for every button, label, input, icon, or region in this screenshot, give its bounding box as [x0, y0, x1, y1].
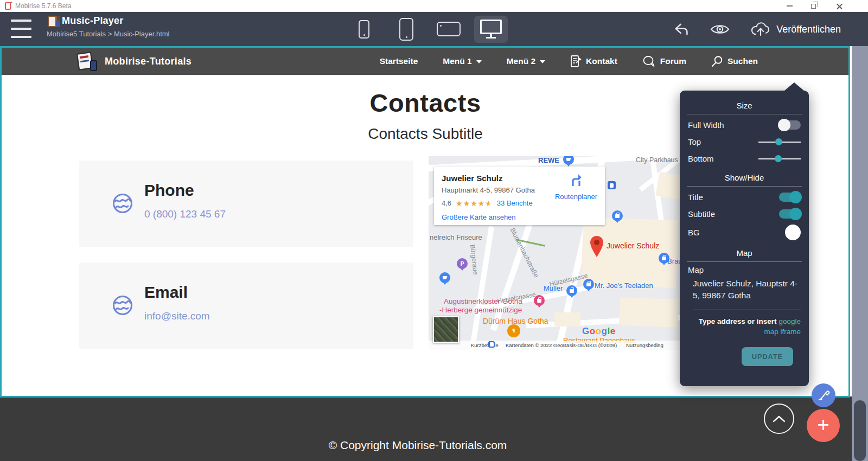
nav-label: Forum: [660, 56, 686, 66]
search-icon: [711, 55, 723, 67]
nav-item-startseite[interactable]: Startseite: [380, 56, 418, 66]
bottom-slider[interactable]: [758, 155, 801, 163]
add-block-button[interactable]: +: [807, 409, 840, 442]
satellite-minimap[interactable]: [433, 316, 459, 343]
map-data-attribution: Kartendaten © 2022 GeoBasis-DE/BKG (©200…: [506, 342, 617, 348]
shopping-bag-pin-icon[interactable]: [566, 285, 577, 296]
top-label: Top: [688, 137, 701, 146]
device-desktop-button[interactable]: [474, 16, 508, 43]
desktop-icon: [480, 20, 502, 39]
chevron-down-icon: [476, 60, 482, 63]
nav-item-kontakt[interactable]: Kontakt: [570, 55, 617, 68]
globe-icon: [112, 294, 133, 316]
subtitle-row: Subtitle: [680, 206, 809, 222]
project-title: Music-Player: [62, 15, 123, 27]
map-label-mueller: Müller: [544, 284, 563, 292]
scrollbar-thumb[interactable]: [854, 400, 866, 461]
phone-link[interactable]: 0 (800) 123 45 67: [144, 208, 226, 220]
phone-small-icon: [359, 20, 369, 39]
reviews-link[interactable]: 33 Berichte: [497, 199, 533, 207]
rating-value: 4,6: [442, 199, 451, 207]
publish-button[interactable]: Veröffentlichen: [750, 22, 841, 37]
update-button[interactable]: UPDATE: [742, 347, 793, 366]
toolbar-actions: Veröffentlichen: [673, 15, 841, 43]
map-label-friseure: nelreich Friseure: [430, 233, 482, 241]
phone-card: Phone 0 (800) 123 45 67: [79, 161, 413, 247]
preview-button[interactable]: [710, 23, 730, 36]
device-tablet-button[interactable]: [432, 16, 465, 43]
email-link[interactable]: info@site.com: [144, 310, 210, 322]
map-label-brau: Brau: [667, 257, 680, 265]
minimize-button[interactable]: [780, 0, 799, 12]
close-button[interactable]: [830, 0, 848, 12]
nav-item-forum[interactable]: Forum: [642, 55, 686, 67]
scrollbar-track[interactable]: [852, 46, 868, 461]
map-label-juwelier-schulz: Juwelier Schulz: [607, 241, 659, 250]
brand-logo: [76, 51, 99, 72]
map-field-label: Map: [680, 264, 809, 274]
eye-icon: [710, 23, 730, 36]
device-phone-small-button[interactable]: [347, 16, 381, 43]
nav-item-suchen[interactable]: Suchen: [711, 55, 758, 67]
top-slider[interactable]: [758, 138, 801, 146]
transit-icon[interactable]: [608, 181, 616, 189]
google-map[interactable]: REWE City Parkhaus nelreich Friseure Bür…: [429, 156, 680, 350]
title-toggle[interactable]: [779, 193, 801, 202]
undo-icon: [673, 21, 690, 37]
directions-label: Routenplaner: [553, 193, 599, 201]
restaurant-pin-icon[interactable]: ¶: [507, 324, 520, 337]
red-marker-icon[interactable]: [589, 235, 605, 259]
tablet-icon: [437, 22, 461, 36]
phone-large-icon: [399, 18, 413, 41]
nav-label: Menü 1: [443, 56, 471, 66]
star-rating: ★★★★★★★★★★: [456, 200, 493, 207]
edit-style-button[interactable]: [812, 383, 835, 407]
shopping-bag-pin-icon[interactable]: [583, 279, 594, 290]
window-title: Mobirise 5.7.6 Beta: [15, 2, 71, 10]
top-padding-row: Top: [680, 133, 809, 150]
chevron-up-icon: [773, 415, 786, 422]
nav-label: Menü 2: [507, 56, 535, 66]
larger-map-link[interactable]: Größere Karte ansehen: [442, 213, 597, 221]
restore-button[interactable]: [804, 0, 822, 12]
site-brand[interactable]: Mobirise-Tutorials: [76, 51, 192, 72]
close-icon: [836, 3, 843, 10]
document-pen-icon: [570, 55, 582, 68]
paintbrush-icon: [817, 389, 830, 402]
bed-pin-icon[interactable]: [534, 295, 545, 306]
nav-item-menu2[interactable]: Menü 2: [507, 56, 545, 66]
scroll-to-top-button[interactable]: [764, 404, 794, 434]
nav-label: Startseite: [380, 56, 418, 66]
bg-label: BG: [688, 228, 700, 237]
undo-button[interactable]: [673, 21, 690, 37]
nav-item-menu1[interactable]: Menü 1: [443, 56, 481, 66]
map-terms-link[interactable]: Nutzungsbeding: [626, 342, 663, 348]
full-width-toggle[interactable]: [779, 120, 801, 130]
divider: [687, 186, 802, 187]
bg-color-swatch[interactable]: [785, 225, 801, 240]
map-block: [619, 297, 679, 328]
cart-pin-icon[interactable]: [563, 156, 574, 165]
phone-card-heading: Phone: [144, 181, 194, 200]
panel-showhide-heading: Show/Hide: [680, 173, 809, 182]
title-toggle-label: Title: [688, 193, 703, 202]
subtitle-toggle[interactable]: [779, 209, 801, 219]
breadcrumb: Mobirise5 Tutorials > Music-Player.html: [47, 30, 170, 38]
cart-pin-icon[interactable]: [439, 272, 450, 283]
google-logo[interactable]: Google: [582, 326, 616, 337]
globe-icon: [112, 193, 133, 214]
map-block: [655, 171, 680, 200]
map-label-teeladen: Mr. Joe's Teeladen: [595, 281, 653, 290]
panel-arrow: [784, 82, 805, 91]
hamburger-menu-button[interactable]: [11, 20, 31, 38]
map-address-input[interactable]: Juwelier Schulz, Hauptstr 4-5, 99867 Got…: [693, 278, 801, 310]
bg-row: BG: [680, 222, 809, 242]
device-phone-large-button[interactable]: [390, 16, 423, 43]
directions-button[interactable]: Routenplaner: [553, 173, 599, 201]
chat-bubble-icon: [642, 55, 656, 67]
project-icon: [48, 16, 60, 27]
parking-pin-icon[interactable]: P: [457, 258, 468, 269]
shopping-bag-pin-icon[interactable]: [612, 210, 623, 221]
subtitle-toggle-label: Subtitle: [688, 209, 715, 219]
full-width-row: Full Width: [680, 117, 809, 133]
